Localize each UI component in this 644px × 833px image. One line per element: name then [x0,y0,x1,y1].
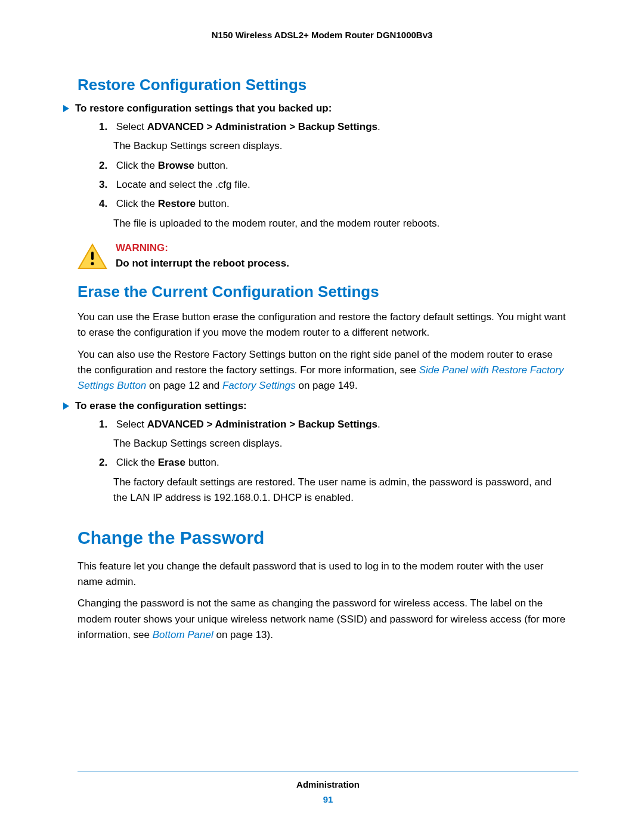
step-text-pre: Click the [116,160,158,171]
step-text-post: . [377,419,380,430]
paragraph-text-post: on page 13). [213,629,273,640]
chevron-right-icon [63,402,69,410]
step-text-pre: Select [116,419,147,430]
paragraph-text-pre: Changing the password is not the same as… [78,597,565,640]
paragraph-text-mid: on page 12 and [146,380,222,391]
step-text-pre: Select [116,121,147,132]
step-text-bold: Browse [158,160,194,171]
step-text-bold: Erase [158,457,185,468]
step-text-post: . [377,121,380,132]
step-text-bold: ADVANCED > Administration > Backup Setti… [147,419,377,430]
link-bottom-panel[interactable]: Bottom Panel [153,629,213,640]
step-1: 1. Select ADVANCED > Administration > Ba… [99,119,566,135]
step-2: 2. Click the Erase button. [99,455,566,470]
paragraph: This feature let you change the default … [78,559,566,590]
page: N150 Wireless ADSL2+ Modem Router DGN100… [0,0,644,833]
paragraph: You can also use the Restore Factory Set… [78,347,566,394]
step-number: 1. [99,119,113,135]
paragraph-text-post: on page 149. [296,380,358,391]
step-subtext: The file is uploaded to the modem router… [113,216,566,231]
warning-triangle-icon [78,243,107,272]
document-header: N150 Wireless ADSL2+ Modem Router DGN100… [78,30,566,40]
step-2: 2. Click the Browse button. [99,158,566,174]
task-lead-text: To restore configuration settings that y… [75,103,332,114]
task-lead-restore: To restore configuration settings that y… [78,103,566,114]
svg-rect-1 [91,252,94,260]
step-text-pre: Click the [116,198,158,209]
step-number: 2. [99,158,113,174]
footer-rule [78,772,578,772]
step-text-post: button. [185,457,219,468]
step-subtext: The Backup Settings screen displays. [113,436,566,451]
step-3: 3. Locate and select the .cfg file. [99,177,566,193]
link-factory-settings[interactable]: Factory Settings [222,380,296,391]
warning-label: WARNING: [116,242,289,254]
step-text-pre: Click the [116,457,158,468]
footer-page-number: 91 [78,794,578,804]
step-4: 4. Click the Restore button. [99,196,566,212]
step-1: 1. Select ADVANCED > Administration > Ba… [99,417,566,432]
chevron-right-icon [63,105,69,112]
step-number: 2. [99,455,113,470]
page-footer: Administration 91 [78,772,578,804]
warning-text: Do not interrupt the reboot process. [116,258,289,270]
step-subtext: The factory default settings are restore… [113,475,566,506]
steps-erase: 1. Select ADVANCED > Administration > Ba… [78,417,566,506]
step-text-bold: Restore [158,198,196,209]
svg-point-2 [91,262,94,265]
heading-change-password: Change the Password [78,528,566,548]
task-lead-text: To erase the configuration settings: [75,400,247,412]
step-number: 1. [99,417,113,432]
step-text-bold: ADVANCED > Administration > Backup Setti… [147,121,377,132]
task-lead-erase: To erase the configuration settings: [78,400,566,412]
step-text-post: button. [196,198,230,209]
paragraph: Changing the password is not the same as… [78,596,566,643]
step-number: 3. [99,177,113,193]
step-subtext: The Backup Settings screen displays. [113,138,566,154]
warning-block: WARNING: Do not interrupt the reboot pro… [78,242,566,272]
heading-restore-configuration: Restore Configuration Settings [78,76,566,94]
step-text-post: button. [194,160,228,171]
warning-content: WARNING: Do not interrupt the reboot pro… [116,242,289,270]
footer-section-label: Administration [78,779,578,789]
paragraph: You can use the Erase button erase the c… [78,309,566,341]
steps-restore: 1. Select ADVANCED > Administration > Ba… [78,119,566,231]
step-text: Locate and select the .cfg file. [116,179,250,190]
step-number: 4. [99,196,113,212]
heading-erase-configuration: Erase the Current Configuration Settings [78,283,566,301]
